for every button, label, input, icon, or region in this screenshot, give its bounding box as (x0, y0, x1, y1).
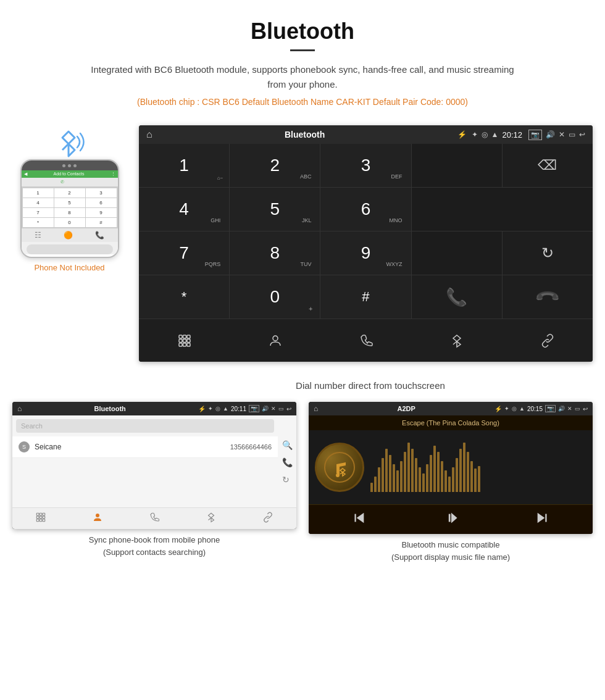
redial-icon: ↻ (541, 244, 554, 262)
pb-nav-dialpad[interactable] (31, 510, 50, 527)
svg-line-11 (453, 341, 457, 344)
svg-rect-19 (40, 519, 42, 522)
nav-dialpad[interactable] (139, 319, 230, 362)
nav-bluetooth[interactable] (411, 319, 502, 362)
mu-sig-icon: ▲ (519, 406, 525, 412)
status-time: 20:12 (502, 130, 522, 140)
pb-usb-icon: ⚡ (198, 406, 206, 412)
dial-key-5[interactable]: 5 JKL (230, 188, 320, 231)
svg-rect-9 (187, 343, 190, 346)
pb-nav-bluetooth[interactable] (202, 510, 220, 527)
phonebook-side-icons: 🔍 📞 ↻ (282, 440, 293, 485)
dial-key-4[interactable]: 4 GHI (139, 188, 229, 231)
call-button[interactable]: 📞 (412, 275, 502, 319)
nav-phone[interactable] (320, 319, 411, 362)
usb-icon: ⚡ (457, 130, 467, 139)
viz-bar (404, 452, 406, 492)
pb-time: 20:11 (231, 406, 246, 412)
mu-cam-icon[interactable]: 📷 (545, 405, 556, 412)
viz-bar (407, 443, 410, 492)
viz-bar (415, 458, 417, 492)
home-icon[interactable]: ⌂ (146, 129, 152, 140)
pb-nav-link[interactable] (259, 510, 277, 527)
dial-key-star[interactable]: * (139, 275, 229, 319)
pb-cam-icon[interactable]: 📷 (249, 405, 259, 412)
svg-rect-6 (187, 339, 190, 342)
next-button[interactable] (530, 510, 554, 529)
bottom-section: ⌂ Bluetooth ⚡ ✦ ◎ ▲ 20:11 📷 🔊 ✕ ▭ ↩ Sear… (0, 402, 605, 575)
mu-home-icon[interactable]: ⌂ (314, 404, 318, 413)
viz-bar (478, 466, 480, 492)
pb-vol-icon[interactable]: 🔊 (262, 406, 269, 412)
back-icon[interactable]: ↩ (579, 130, 585, 139)
music-screen: ⌂ A2DP ⚡ ✦ ◎ ▲ 20:15 📷 🔊 ✕ ▭ ↩ Escape (T… (309, 402, 593, 534)
pb-nav-contacts-active[interactable] (88, 510, 107, 527)
viz-bar (430, 455, 432, 492)
display-area (412, 144, 502, 187)
pb-close-icon[interactable]: ✕ (271, 406, 276, 412)
mu-bt-icon: ✦ (504, 406, 509, 412)
dial-key-1[interactable]: 1 ⌂~ (139, 144, 229, 187)
window-icon[interactable]: ▭ (569, 130, 575, 139)
svg-marker-28 (452, 514, 456, 522)
viz-bar (393, 464, 395, 492)
dial-key-hash[interactable]: # (320, 275, 411, 319)
dial-key-2[interactable]: 2 ABC (230, 144, 320, 187)
pb-win-icon[interactable]: ▭ (278, 406, 284, 412)
mu-back-icon[interactable]: ↩ (583, 406, 588, 412)
mu-close-icon[interactable]: ✕ (567, 406, 572, 412)
status-bar: ⌂ Bluetooth ⚡ ✦ ◎ ▲ 20:12 📷 🔊 ✕ ▭ ↩ (139, 125, 593, 144)
pb-phone-side-icon[interactable]: 📞 (282, 457, 293, 467)
dial-caption: Dial number direct from touchscreen (136, 380, 605, 391)
search-bar[interactable]: Search (16, 419, 274, 433)
nav-link[interactable] (502, 319, 593, 362)
svg-rect-15 (36, 516, 39, 519)
redial-button[interactable]: ↻ (503, 231, 593, 275)
end-call-button[interactable]: 📞 (503, 275, 593, 319)
dial-key-0[interactable]: 0 + (230, 275, 320, 319)
svg-marker-25 (357, 514, 363, 522)
mu-vol-icon[interactable]: 🔊 (558, 406, 565, 412)
bluetooth-status-icon: ✦ (472, 130, 478, 139)
pb-screen-title: Bluetooth (24, 405, 196, 412)
phone-dot (62, 164, 65, 167)
prev-button[interactable] (348, 510, 371, 529)
dial-key-3[interactable]: 3 DEF (320, 144, 411, 187)
svg-rect-17 (43, 516, 45, 519)
status-icons: ✦ ◎ ▲ 20:12 📷 🔊 ✕ ▭ ↩ (472, 130, 585, 140)
nav-contacts[interactable] (230, 319, 320, 362)
viz-bar (433, 446, 436, 492)
mu-win-icon[interactable]: ▭ (575, 406, 580, 412)
empty-space (12, 458, 278, 507)
phone-screen: ◀ Add to Contacts ⋮ ✆ 1 2 3 4 5 6 7 8 9 … (22, 170, 118, 254)
phonebook-bottom-nav (12, 507, 296, 529)
pb-search-side-icon[interactable]: 🔍 (282, 440, 293, 450)
svg-rect-8 (183, 343, 186, 346)
viz-bar (382, 458, 384, 492)
close-icon[interactable]: ✕ (559, 130, 565, 139)
dial-key-7[interactable]: 7 PQRS (139, 231, 229, 275)
viz-bar (422, 473, 425, 492)
pb-home-icon[interactable]: ⌂ (17, 404, 22, 413)
contact-avatar: S (19, 441, 30, 452)
backspace-button[interactable]: ⌫ (503, 144, 593, 187)
volume-icon[interactable]: 🔊 (546, 130, 555, 139)
contact-row[interactable]: S Seicane 13566664466 (12, 436, 278, 458)
camera-icon[interactable]: 📷 (528, 130, 542, 140)
dial-key-9[interactable]: 9 WXYZ (320, 231, 411, 275)
svg-rect-7 (179, 343, 182, 346)
phone-home-button (27, 244, 113, 254)
play-pause-button[interactable] (439, 510, 462, 529)
dial-key-6[interactable]: 6 MNO (320, 188, 411, 231)
dial-key-8[interactable]: 8 TUV (230, 231, 320, 275)
viz-bar (385, 449, 388, 492)
pb-nav-phone[interactable] (145, 510, 164, 527)
viz-bar (444, 470, 447, 492)
music-controls (309, 504, 593, 534)
phone-dot (68, 164, 71, 167)
pb-back-icon[interactable]: ↩ (286, 406, 291, 412)
pb-refresh-side-icon[interactable]: ↻ (282, 475, 293, 485)
phonebook-status-bar: ⌂ Bluetooth ⚡ ✦ ◎ ▲ 20:11 📷 🔊 ✕ ▭ ↩ (12, 402, 296, 415)
svg-rect-3 (187, 335, 190, 338)
svg-rect-5 (183, 339, 186, 342)
